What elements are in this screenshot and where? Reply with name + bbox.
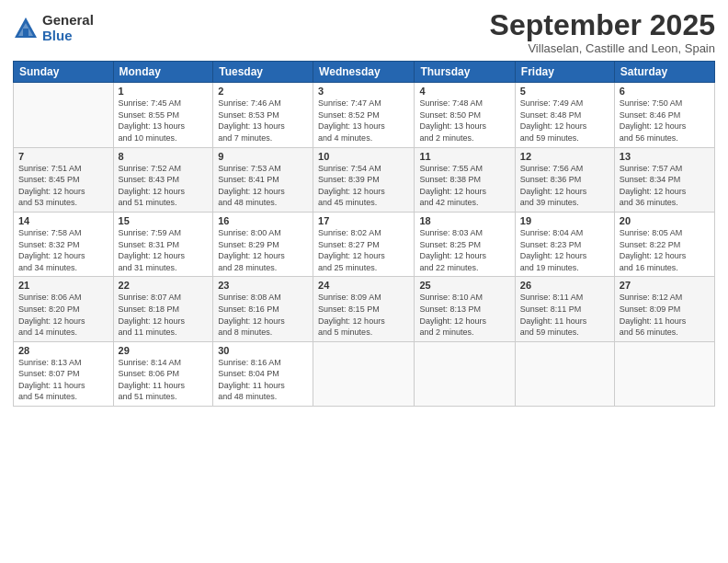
day-info: Sunrise: 8:16 AM Sunset: 8:04 PM Dayligh…	[218, 357, 308, 403]
day-info: Sunrise: 7:49 AM Sunset: 8:48 PM Dayligh…	[520, 98, 609, 144]
calendar-cell: 22Sunrise: 8:07 AM Sunset: 8:18 PM Dayli…	[113, 277, 213, 341]
col-header-sunday: Sunday	[14, 62, 114, 83]
calendar-cell: 23Sunrise: 8:08 AM Sunset: 8:16 PM Dayli…	[213, 277, 313, 341]
day-info: Sunrise: 8:07 AM Sunset: 8:18 PM Dayligh…	[119, 292, 209, 338]
header: General Blue September 2025 Villaselan, …	[13, 9, 715, 55]
logo-blue: Blue	[42, 29, 94, 44]
calendar-cell: 27Sunrise: 8:12 AM Sunset: 8:09 PM Dayli…	[614, 277, 714, 341]
calendar-cell: 20Sunrise: 8:05 AM Sunset: 8:22 PM Dayli…	[614, 212, 714, 276]
calendar-cell: 18Sunrise: 8:03 AM Sunset: 8:25 PM Dayli…	[415, 212, 515, 276]
day-number: 11	[419, 151, 509, 162]
day-number: 14	[18, 215, 108, 226]
day-number: 19	[520, 215, 609, 226]
calendar-cell: 11Sunrise: 7:55 AM Sunset: 8:38 PM Dayli…	[415, 147, 515, 212]
calendar-cell	[415, 341, 515, 406]
calendar-cell: 29Sunrise: 8:14 AM Sunset: 8:06 PM Dayli…	[113, 341, 213, 406]
day-info: Sunrise: 8:04 AM Sunset: 8:23 PM Dayligh…	[520, 227, 609, 273]
day-info: Sunrise: 7:58 AM Sunset: 8:32 PM Dayligh…	[18, 227, 108, 273]
day-number: 18	[419, 215, 509, 226]
day-number: 28	[18, 345, 108, 356]
day-number: 5	[520, 86, 609, 97]
calendar-cell: 3Sunrise: 7:47 AM Sunset: 8:52 PM Daylig…	[313, 83, 415, 147]
calendar-cell: 2Sunrise: 7:46 AM Sunset: 8:53 PM Daylig…	[213, 83, 313, 147]
day-number: 16	[218, 215, 308, 226]
day-info: Sunrise: 7:53 AM Sunset: 8:41 PM Dayligh…	[218, 163, 308, 209]
day-number: 24	[318, 280, 409, 291]
calendar-cell	[14, 83, 114, 147]
calendar-cell: 13Sunrise: 7:57 AM Sunset: 8:34 PM Dayli…	[614, 147, 714, 212]
col-header-tuesday: Tuesday	[213, 62, 313, 83]
day-info: Sunrise: 8:09 AM Sunset: 8:15 PM Dayligh…	[318, 292, 409, 338]
day-info: Sunrise: 7:55 AM Sunset: 8:38 PM Dayligh…	[419, 163, 509, 209]
day-number: 1	[119, 86, 209, 97]
calendar-cell: 17Sunrise: 8:02 AM Sunset: 8:27 PM Dayli…	[313, 212, 415, 276]
logo: General Blue	[13, 13, 94, 43]
day-number: 23	[218, 280, 308, 291]
calendar-week-1: 7Sunrise: 7:51 AM Sunset: 8:45 PM Daylig…	[14, 147, 715, 212]
svg-rect-2	[23, 29, 28, 38]
day-info: Sunrise: 7:51 AM Sunset: 8:45 PM Dayligh…	[18, 163, 108, 209]
calendar-cell	[614, 341, 714, 406]
calendar-week-4: 28Sunrise: 8:13 AM Sunset: 8:07 PM Dayli…	[14, 341, 715, 406]
calendar-cell: 6Sunrise: 7:50 AM Sunset: 8:46 PM Daylig…	[614, 83, 714, 147]
day-info: Sunrise: 8:10 AM Sunset: 8:13 PM Dayligh…	[419, 292, 509, 338]
day-number: 13	[620, 151, 710, 162]
day-info: Sunrise: 7:56 AM Sunset: 8:36 PM Dayligh…	[520, 163, 609, 209]
calendar-cell: 7Sunrise: 7:51 AM Sunset: 8:45 PM Daylig…	[14, 147, 114, 212]
calendar-header-row: SundayMondayTuesdayWednesdayThursdayFrid…	[14, 62, 715, 83]
calendar-cell: 28Sunrise: 8:13 AM Sunset: 8:07 PM Dayli…	[14, 341, 114, 406]
calendar-cell: 24Sunrise: 8:09 AM Sunset: 8:15 PM Dayli…	[313, 277, 415, 341]
day-info: Sunrise: 8:13 AM Sunset: 8:07 PM Dayligh…	[18, 357, 108, 403]
day-number: 20	[620, 215, 710, 226]
day-number: 10	[318, 151, 409, 162]
day-number: 22	[119, 280, 209, 291]
day-info: Sunrise: 8:05 AM Sunset: 8:22 PM Dayligh…	[620, 227, 710, 273]
page: General Blue September 2025 Villaselan, …	[0, 0, 728, 563]
calendar-cell: 30Sunrise: 8:16 AM Sunset: 8:04 PM Dayli…	[213, 341, 313, 406]
logo-icon	[13, 16, 39, 41]
day-number: 3	[318, 86, 409, 97]
day-info: Sunrise: 7:57 AM Sunset: 8:34 PM Dayligh…	[620, 163, 710, 209]
calendar-cell: 26Sunrise: 8:11 AM Sunset: 8:11 PM Dayli…	[515, 277, 614, 341]
calendar-cell: 19Sunrise: 8:04 AM Sunset: 8:23 PM Dayli…	[515, 212, 614, 276]
day-info: Sunrise: 7:59 AM Sunset: 8:31 PM Dayligh…	[119, 227, 209, 273]
day-number: 21	[18, 280, 108, 291]
logo-text: General Blue	[42, 13, 94, 43]
day-number: 12	[520, 151, 609, 162]
day-info: Sunrise: 7:50 AM Sunset: 8:46 PM Dayligh…	[620, 98, 710, 144]
day-info: Sunrise: 7:46 AM Sunset: 8:53 PM Dayligh…	[218, 98, 308, 144]
calendar-cell: 25Sunrise: 8:10 AM Sunset: 8:13 PM Dayli…	[415, 277, 515, 341]
day-info: Sunrise: 7:54 AM Sunset: 8:39 PM Dayligh…	[318, 163, 409, 209]
day-number: 8	[119, 151, 209, 162]
calendar-cell	[515, 341, 614, 406]
calendar-cell: 4Sunrise: 7:48 AM Sunset: 8:50 PM Daylig…	[415, 83, 515, 147]
logo-general: General	[42, 13, 94, 29]
calendar: SundayMondayTuesdayWednesdayThursdayFrid…	[13, 61, 715, 407]
day-info: Sunrise: 8:03 AM Sunset: 8:25 PM Dayligh…	[419, 227, 509, 273]
title-area: September 2025 Villaselan, Castille and …	[490, 9, 715, 55]
day-number: 15	[119, 215, 209, 226]
day-info: Sunrise: 8:11 AM Sunset: 8:11 PM Dayligh…	[520, 292, 609, 338]
month-title: September 2025	[490, 9, 715, 41]
day-info: Sunrise: 8:12 AM Sunset: 8:09 PM Dayligh…	[620, 292, 710, 338]
calendar-week-2: 14Sunrise: 7:58 AM Sunset: 8:32 PM Dayli…	[14, 212, 715, 276]
subtitle: Villaselan, Castille and Leon, Spain	[490, 41, 715, 55]
day-number: 2	[218, 86, 308, 97]
day-number: 25	[419, 280, 509, 291]
calendar-cell: 8Sunrise: 7:52 AM Sunset: 8:43 PM Daylig…	[113, 147, 213, 212]
day-number: 7	[18, 151, 108, 162]
calendar-cell: 15Sunrise: 7:59 AM Sunset: 8:31 PM Dayli…	[113, 212, 213, 276]
day-number: 9	[218, 151, 308, 162]
day-number: 27	[620, 280, 710, 291]
day-number: 4	[419, 86, 509, 97]
day-number: 17	[318, 215, 409, 226]
col-header-monday: Monday	[113, 62, 213, 83]
calendar-cell	[313, 341, 415, 406]
day-info: Sunrise: 7:45 AM Sunset: 8:55 PM Dayligh…	[119, 98, 209, 144]
day-info: Sunrise: 8:08 AM Sunset: 8:16 PM Dayligh…	[218, 292, 308, 338]
day-info: Sunrise: 8:14 AM Sunset: 8:06 PM Dayligh…	[119, 357, 209, 403]
day-number: 30	[218, 345, 308, 356]
col-header-wednesday: Wednesday	[313, 62, 415, 83]
day-info: Sunrise: 8:02 AM Sunset: 8:27 PM Dayligh…	[318, 227, 409, 273]
calendar-cell: 1Sunrise: 7:45 AM Sunset: 8:55 PM Daylig…	[113, 83, 213, 147]
